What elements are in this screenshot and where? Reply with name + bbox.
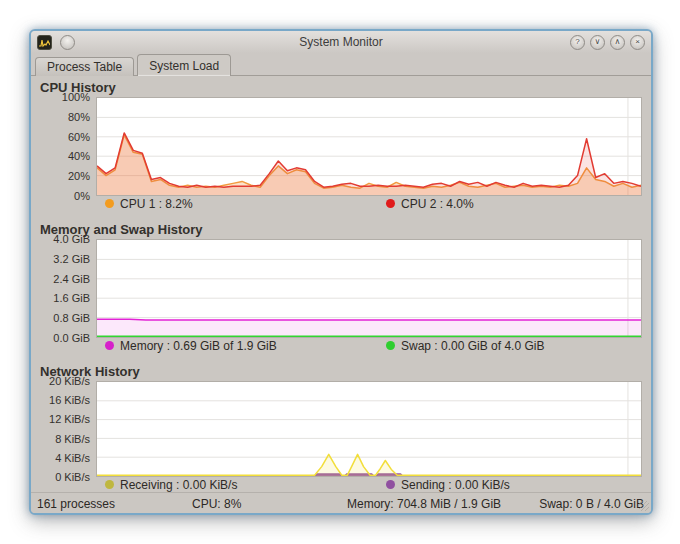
memory-swap-title: Memory and Swap History xyxy=(40,222,642,237)
sending-color-dot xyxy=(386,480,395,489)
cpu2-legend-label: CPU 2 : 4.0% xyxy=(401,197,474,211)
status-processes: 161 processes xyxy=(31,497,186,511)
maximize-button[interactable]: ∧ xyxy=(610,35,625,50)
system-monitor-window: System Monitor ? ∨ ∧ × Process Table Sys… xyxy=(29,29,653,515)
memory-color-dot xyxy=(105,341,114,350)
system-load-panel: CPU History 100%80%60%40%20%0% CPU 1 : 8… xyxy=(31,76,651,492)
help-button[interactable]: ? xyxy=(570,35,585,50)
cpu-y-axis: 100%80%60%40%20%0% xyxy=(40,97,96,196)
legend-swap: Swap : 0.00 GiB of 4.0 GiB xyxy=(386,339,544,353)
resize-grip[interactable] xyxy=(639,501,649,511)
memory-y-axis: 4.0 GiB3.2 GiB2.4 GiB1.6 GiB0.8 GiB0.0 G… xyxy=(40,239,96,338)
window-title: System Monitor xyxy=(31,35,651,49)
status-cpu: CPU: 8% xyxy=(186,497,341,511)
tab-system-load[interactable]: System Load xyxy=(137,54,231,76)
receiving-legend-label: Receiving : 0.00 KiB/s xyxy=(120,478,237,492)
status-bar: 161 processes CPU: 8% Memory: 704.8 MiB … xyxy=(31,492,651,514)
window-controls: ? ∨ ∧ × xyxy=(570,35,645,50)
memory-swap-section: Memory and Swap History 4.0 GiB3.2 GiB2.… xyxy=(40,222,642,353)
network-history-title: Network History xyxy=(40,364,642,379)
receiving-color-dot xyxy=(105,480,114,489)
close-button[interactable]: × xyxy=(630,35,645,50)
cpu-history-chart xyxy=(96,97,642,196)
titlebar[interactable]: System Monitor ? ∨ ∧ × xyxy=(31,31,651,53)
status-memory: Memory: 704.8 MiB / 1.9 GiB xyxy=(341,497,533,511)
memory-swap-chart xyxy=(96,239,642,338)
cpu-history-section: CPU History 100%80%60%40%20%0% CPU 1 : 8… xyxy=(40,80,642,211)
memory-legend: Memory : 0.69 GiB of 1.9 GiB Swap : 0.00… xyxy=(105,338,642,353)
cpu1-legend-label: CPU 1 : 8.2% xyxy=(120,197,193,211)
legend-cpu1: CPU 1 : 8.2% xyxy=(105,197,386,211)
legend-cpu2: CPU 2 : 4.0% xyxy=(386,197,474,211)
cpu-history-title: CPU History xyxy=(40,80,642,95)
swap-color-dot xyxy=(386,341,395,350)
network-history-chart xyxy=(96,381,642,477)
tab-bar: Process Table System Load xyxy=(31,53,651,76)
network-y-axis: 20 KiB/s16 KiB/s12 KiB/s8 KiB/s4 KiB/s0 … xyxy=(40,381,96,477)
legend-receiving: Receiving : 0.00 KiB/s xyxy=(105,478,386,492)
tab-process-table[interactable]: Process Table xyxy=(35,57,134,76)
swap-legend-label: Swap : 0.00 GiB of 4.0 GiB xyxy=(401,339,544,353)
legend-memory: Memory : 0.69 GiB of 1.9 GiB xyxy=(105,339,386,353)
network-history-section: Network History 20 KiB/s16 KiB/s12 KiB/s… xyxy=(40,364,642,492)
memory-legend-label: Memory : 0.69 GiB of 1.9 GiB xyxy=(120,339,277,353)
cpu1-color-dot xyxy=(105,199,114,208)
cpu2-color-dot xyxy=(386,199,395,208)
cpu-legend: CPU 1 : 8.2% CPU 2 : 4.0% xyxy=(105,196,642,211)
legend-sending: Sending : 0.00 KiB/s xyxy=(386,478,510,492)
network-legend: Receiving : 0.00 KiB/s Sending : 0.00 Ki… xyxy=(105,477,642,492)
minimize-button[interactable]: ∨ xyxy=(590,35,605,50)
desktop: System Monitor ? ∨ ∧ × Process Table Sys… xyxy=(0,0,680,544)
sending-legend-label: Sending : 0.00 KiB/s xyxy=(401,478,510,492)
status-swap: Swap: 0 B / 4.0 GiB xyxy=(533,497,651,511)
